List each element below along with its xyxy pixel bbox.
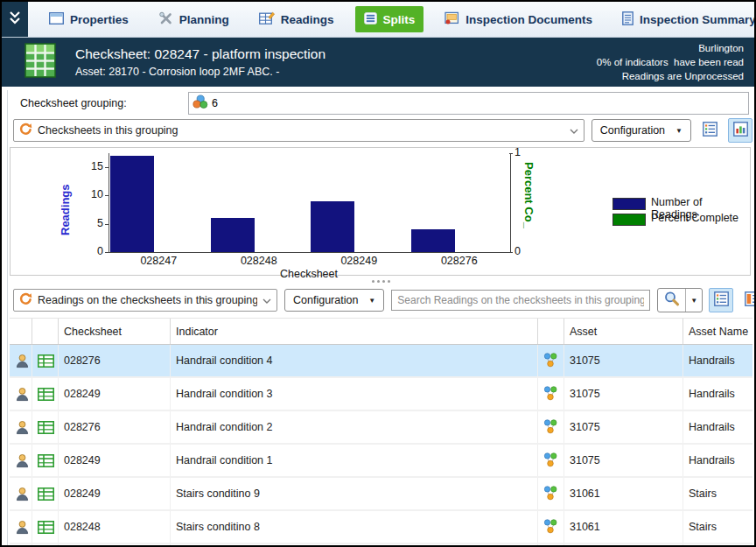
y-tick-mark (105, 167, 108, 168)
search-button[interactable] (658, 289, 685, 312)
tab-inspection-summary[interactable]: Inspection Summary (613, 6, 756, 32)
table-row[interactable]: 028248Stairs conditino 831061Stairs (10, 511, 752, 544)
y-tick-mark (105, 224, 108, 225)
y-tick-mark (105, 195, 108, 196)
balloons-icon (538, 445, 564, 476)
legend-swatch-0 (612, 198, 646, 210)
column-header-asset[interactable]: Asset (564, 319, 683, 344)
cell-indicator: Stairs conditino 8 (171, 511, 538, 543)
cell-indicator: Handrail condition 4 (171, 345, 538, 376)
legend-swatch-1 (612, 214, 646, 226)
bar-028247[interactable] (110, 156, 154, 252)
person-icon (10, 478, 32, 509)
chevron-down-icon (262, 294, 271, 306)
cell-indicator: Handrail condition 1 (171, 445, 538, 476)
cell-asset-name: Handrails (683, 378, 756, 410)
balloons-icon (538, 378, 564, 410)
y-tick-label: 10 (77, 188, 103, 200)
y2-tick-mark (509, 153, 513, 154)
checksheets-toolbar: Checksheets in this grouping Configurati… (10, 118, 752, 143)
table-row[interactable]: 028249Handrail condition 331075Handrails (10, 378, 752, 411)
double-chevron-down-icon (9, 11, 21, 29)
list-view-icon (714, 291, 729, 310)
banner-subtitle: Asset: 28170 - Corrosion loop 2MF ABC. - (75, 66, 326, 78)
y-tick-label: 5 (77, 217, 103, 229)
inspection-summary-icon (622, 11, 634, 28)
table-header: ChecksheetIndicatorAssetAsset Name (10, 318, 752, 345)
legend-label-1: Percent Complete (651, 212, 738, 224)
column-header-checksheet[interactable]: Checksheet (59, 319, 171, 344)
x-category-label: 028247 (108, 255, 209, 267)
green-checksheet-grid-icon (24, 43, 56, 81)
list-view-button[interactable] (697, 118, 722, 143)
configuration-label: Configuration (293, 294, 358, 306)
list-view-button-readings[interactable] (709, 288, 733, 312)
y2-tick-label: 0 (514, 245, 521, 257)
column-header-indicator[interactable]: Indicator (171, 319, 538, 344)
table-body: 028276Handrail condition 431075Handrails… (10, 345, 752, 547)
tab-readings[interactable]: Readings (250, 6, 343, 32)
banner-text: Checksheet: 028247 - platform inspection… (75, 46, 326, 78)
search-input[interactable] (391, 290, 650, 311)
table-row[interactable]: 028276Handrail condition 231075Handrails (10, 411, 752, 445)
cell-asset-name: Stairs (683, 511, 756, 543)
tab-bar: PropertiesPlanningReadingsSplitsInspecti… (2, 2, 754, 38)
tab-planning[interactable]: Planning (150, 6, 238, 32)
column-header-sheet_icon[interactable] (32, 319, 59, 344)
column-header-balloons_icon[interactable] (538, 319, 564, 344)
column-header-asset-name[interactable]: Asset Name (683, 319, 756, 344)
bar-028276[interactable] (411, 229, 455, 252)
y-axis-title-left: Readings (59, 184, 72, 235)
list-view-icon (703, 122, 718, 140)
y-axis-title-right: Percent Co_ (522, 162, 536, 228)
bar-028248[interactable] (211, 218, 255, 252)
bar-028249[interactable] (311, 201, 354, 252)
column-header-user_icon[interactable] (10, 319, 32, 344)
cell-asset: 31061 (564, 511, 683, 543)
cell-checksheet: 028276 (59, 411, 171, 443)
tab-label: Inspection Summary (640, 13, 756, 26)
search-options-arrow[interactable]: ▼ (685, 289, 702, 312)
checksheet-table-icon (32, 445, 59, 476)
checksheet-grouping-field[interactable]: 6 (188, 92, 749, 115)
readings-dropdown[interactable]: Readings on the checksheets in this grou… (13, 289, 277, 312)
dropdown-label: Checksheets in this grouping (38, 124, 564, 137)
table-row[interactable]: 028249Handrail condition 131075Handrails (10, 445, 752, 478)
table-row[interactable]: 028276Handrail condition 431075Handrails (10, 345, 752, 378)
banner-title: Checksheet: 028247 - platform inspection (75, 46, 326, 62)
main-panel: Checksheet grouping: 6 (7, 90, 754, 547)
configuration-label: Configuration (600, 124, 665, 137)
refresh-orange-icon (19, 292, 32, 308)
tab-label: Planning (179, 13, 229, 26)
cell-asset: 31075 (564, 445, 683, 476)
tab-label: Properties (70, 13, 129, 26)
banner-status: Burlington 0% of indicators have been re… (597, 41, 744, 83)
chart-view-button[interactable] (728, 118, 752, 143)
cell-checksheet: 028248 (59, 511, 171, 543)
balloons-icon (538, 411, 564, 443)
window-icon (49, 12, 64, 27)
checksheets-grouping-dropdown[interactable]: Checksheets in this grouping (13, 119, 584, 142)
planning-tools-icon (158, 11, 173, 28)
banner-readings-status: Readings are Unprocessed (597, 69, 744, 83)
tab-inspection-documents[interactable]: Inspection Documents (436, 6, 601, 32)
tab-strip: PropertiesPlanningReadingsSplitsInspecti… (28, 2, 756, 37)
x-category-label: 028249 (309, 255, 410, 267)
banner-site: Burlington (597, 41, 744, 55)
readings-grid-icon (259, 11, 275, 27)
readings-configuration-button[interactable]: Configuration ▼ (284, 289, 384, 312)
dropdown-arrow-icon: ▼ (676, 127, 682, 135)
cell-indicator: Stairs conditino 9 (171, 478, 538, 509)
inspection-window: PropertiesPlanningReadingsSplitsInspecti… (0, 0, 756, 547)
checksheet-table-icon (32, 478, 59, 509)
tab-splits[interactable]: Splits (355, 6, 424, 32)
collapse-ribbon-button[interactable] (2, 2, 28, 37)
checksheet-grouping-row: Checksheet grouping: 6 (10, 90, 752, 116)
card-view-button[interactable] (739, 288, 756, 312)
tab-properties[interactable]: Properties (40, 6, 137, 32)
configuration-button[interactable]: Configuration ▼ (592, 119, 691, 142)
tab-label: Inspection Documents (466, 13, 592, 26)
cell-checksheet: 028276 (59, 345, 171, 376)
y-tick-mark (105, 252, 108, 253)
table-row[interactable]: 028249Stairs conditino 931061Stairs (10, 478, 752, 511)
